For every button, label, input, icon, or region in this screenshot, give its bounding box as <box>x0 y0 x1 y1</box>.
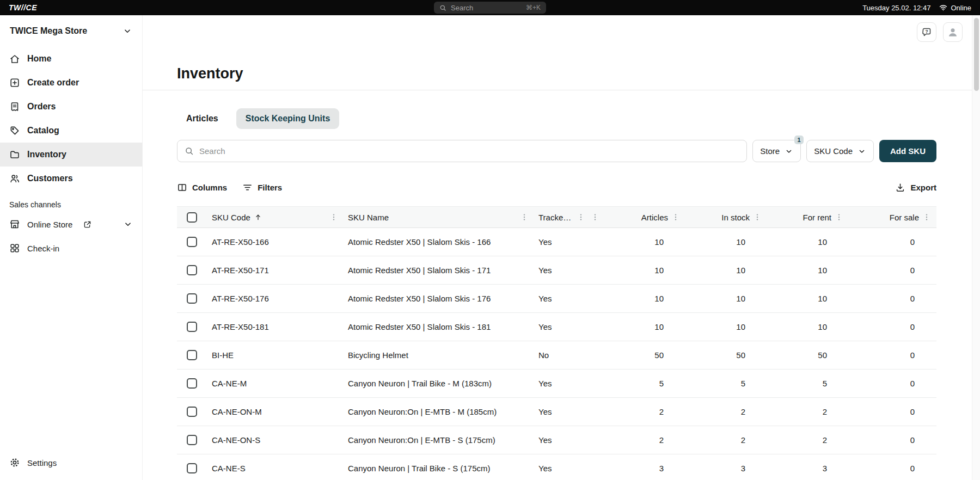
row-checkbox[interactable] <box>187 322 197 332</box>
cell-articles: 2 <box>604 435 685 445</box>
store-switcher[interactable]: TWICE Mega Store <box>0 15 142 47</box>
search-icon <box>439 4 446 11</box>
tab-stock-keeping-units[interactable]: Stock Keeping Units <box>236 108 340 129</box>
cell-for-sale: 0 <box>849 379 936 388</box>
cell-in-stock: 50 <box>685 350 767 360</box>
header-sku-name[interactable]: SKU Name <box>342 213 533 222</box>
cell-sku-name: Canyon Neuron:On | E-MTB - S (175cm) <box>342 435 533 445</box>
column-menu-icon[interactable] <box>577 213 585 221</box>
folder-icon <box>9 149 20 160</box>
header-tracked[interactable]: Tracke… <box>533 213 604 222</box>
row-checkbox[interactable] <box>187 463 197 473</box>
sidebar-item-catalog[interactable]: Catalog <box>0 119 142 143</box>
table-row[interactable]: CA-NE-S Canyon Neuron | Trail Bike - S (… <box>177 454 936 480</box>
header-label: For sale <box>890 213 919 222</box>
cell-for-rent: 3 <box>767 464 849 473</box>
cell-in-stock: 5 <box>685 379 767 388</box>
header-sku-code[interactable]: SKU Code <box>206 213 342 222</box>
sku-code-sort-dropdown[interactable]: SKU Code <box>806 140 874 162</box>
sidebar-item-check-in[interactable]: Check-in <box>0 236 142 260</box>
sku-code-sort-label: SKU Code <box>814 146 853 156</box>
cell-for-sale: 0 <box>849 294 936 303</box>
table-row[interactable]: AT-RE-X50-166 Atomic Redster X50 | Slalo… <box>177 228 936 256</box>
column-menu-icon[interactable] <box>671 213 680 221</box>
table-row[interactable]: BI-HE Bicycling Helmet No 50 50 50 0 <box>177 341 936 370</box>
sidebar-item-label: Catalog <box>27 126 59 136</box>
cell-in-stock: 10 <box>685 237 767 247</box>
cell-for-sale: 0 <box>849 407 936 416</box>
column-menu-icon[interactable] <box>835 213 843 221</box>
datetime-label: Tuesday 25.02. 12:47 <box>862 4 930 12</box>
sidebar-item-inventory[interactable]: Inventory <box>0 143 142 167</box>
sidebar-item-label: Inventory <box>27 150 66 159</box>
cell-sku-code: BI-HE <box>206 350 342 360</box>
table-row[interactable]: AT-RE-X50-171 Atomic Redster X50 | Slalo… <box>177 256 936 285</box>
header-for-rent[interactable]: For rent <box>767 213 849 222</box>
column-menu-icon[interactable] <box>922 213 931 221</box>
cell-tracked: Yes <box>533 464 604 473</box>
cell-articles: 5 <box>604 379 685 388</box>
table-row[interactable]: CA-NE-ON-M Canyon Neuron:On | E-MTB - M … <box>177 398 936 426</box>
row-checkbox[interactable] <box>187 378 197 389</box>
page-header: Inventory ? <box>143 15 972 90</box>
header-label: For rent <box>803 213 831 222</box>
help-button[interactable]: ? <box>917 22 936 42</box>
row-checkbox-cell <box>177 378 206 389</box>
add-sku-button[interactable]: Add SKU <box>879 140 936 162</box>
global-search-placeholder: Search <box>451 4 473 12</box>
orders-icon <box>9 101 20 112</box>
tab-articles[interactable]: Articles <box>177 108 228 129</box>
scrollbar-thumb[interactable] <box>974 18 979 91</box>
sidebar-item-customers[interactable]: Customers <box>0 167 142 190</box>
search-shortcut: ⌘+K <box>526 4 541 11</box>
row-checkbox[interactable] <box>187 237 197 247</box>
cell-tracked: Yes <box>533 379 604 388</box>
filters-button-label: Filters <box>258 183 282 192</box>
table-row[interactable]: AT-RE-X50-181 Atomic Redster X50 | Slalo… <box>177 313 936 341</box>
sidebar-item-home[interactable]: Home <box>0 47 142 71</box>
filters-button[interactable]: Filters <box>242 182 282 193</box>
select-all-checkbox[interactable] <box>187 212 197 223</box>
sidebar-item-orders[interactable]: Orders <box>0 95 142 119</box>
filter-icon <box>242 182 253 193</box>
table-row[interactable]: AT-RE-X50-176 Atomic Redster X50 | Slalo… <box>177 285 936 313</box>
cell-articles: 10 <box>604 266 685 275</box>
global-search-button[interactable]: Search ⌘+K <box>434 2 546 14</box>
column-menu-icon[interactable] <box>591 213 599 221</box>
store-filter-dropdown[interactable]: Store 1 <box>752 140 801 162</box>
sidebar-item-online-store[interactable]: Online Store <box>0 212 142 236</box>
table-row[interactable]: CA-NE-ON-S Canyon Neuron:On | E-MTB - S … <box>177 426 936 454</box>
vertical-scrollbar[interactable] <box>972 15 980 480</box>
tag-icon <box>9 125 20 136</box>
cell-sku-name: Canyon Neuron | Trail Bike - M (183cm) <box>342 379 533 388</box>
table-row[interactable]: CA-NE-M Canyon Neuron | Trail Bike - M (… <box>177 370 936 398</box>
chevron-down-icon <box>785 147 793 156</box>
sidebar-item-label: Home <box>27 54 51 64</box>
sort-asc-icon <box>254 213 262 221</box>
row-checkbox[interactable] <box>187 350 197 360</box>
column-menu-icon[interactable] <box>753 213 762 221</box>
sidebar-item-settings[interactable]: Settings <box>0 451 142 475</box>
row-checkbox[interactable] <box>187 293 197 304</box>
cell-for-rent: 10 <box>767 237 849 247</box>
row-checkbox[interactable] <box>187 265 197 275</box>
column-menu-icon[interactable] <box>329 213 338 221</box>
chevron-down-icon[interactable] <box>123 219 133 229</box>
row-checkbox[interactable] <box>187 435 197 445</box>
sidebar-item-create-order[interactable]: Create order <box>0 71 142 95</box>
header-for-sale[interactable]: For sale <box>849 213 936 222</box>
column-menu-icon[interactable] <box>520 213 529 221</box>
cell-sku-code: CA-NE-M <box>206 379 342 388</box>
row-checkbox[interactable] <box>187 407 197 417</box>
columns-button[interactable]: Columns <box>177 182 227 193</box>
header-in-stock[interactable]: In stock <box>685 213 767 222</box>
search-input[interactable] <box>199 146 739 156</box>
cell-sku-code: CA-NE-S <box>206 464 342 473</box>
header-articles[interactable]: Articles <box>604 213 685 222</box>
cell-for-sale: 0 <box>849 237 936 247</box>
account-button[interactable] <box>943 22 963 42</box>
external-link-icon[interactable] <box>83 220 92 229</box>
row-checkbox-cell <box>177 463 206 473</box>
export-button[interactable]: Export <box>895 182 936 193</box>
sku-table: SKU Code SKU Name Trac <box>177 206 936 480</box>
